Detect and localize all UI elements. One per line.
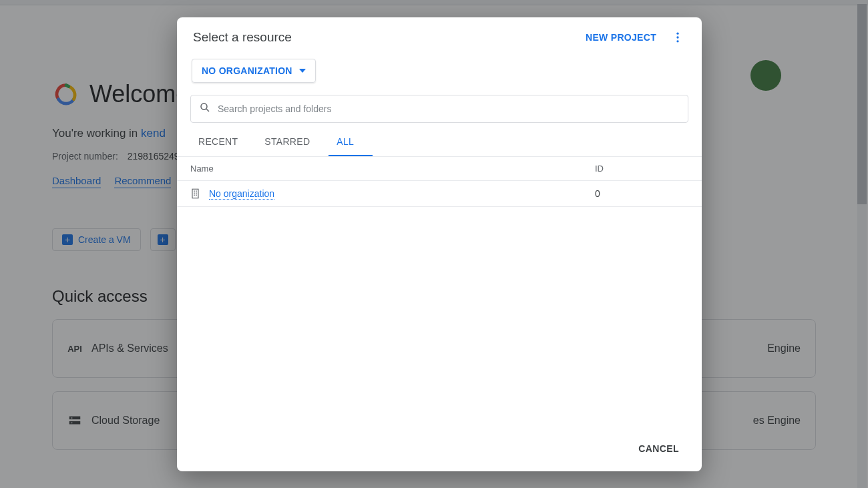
caret-down-icon (299, 69, 306, 73)
column-name: Name (190, 164, 595, 174)
row-name-link[interactable]: No organization (209, 188, 274, 200)
table-header: Name ID (177, 157, 702, 181)
tabs: RECENT STARRED ALL (177, 130, 702, 157)
svg-rect-11 (196, 191, 197, 192)
tab-recent[interactable]: RECENT (190, 130, 256, 156)
table-row[interactable]: No organization 0 (177, 181, 702, 207)
new-project-button[interactable]: NEW PROJECT (586, 32, 656, 43)
tab-all[interactable]: ALL (329, 130, 373, 156)
svg-point-7 (201, 103, 207, 109)
svg-rect-15 (196, 195, 197, 196)
svg-point-4 (676, 33, 678, 35)
table-body: No organization 0 (177, 181, 702, 429)
cancel-button[interactable]: CANCEL (632, 438, 686, 459)
svg-rect-10 (194, 191, 195, 192)
search-icon (199, 101, 211, 116)
more-options-icon[interactable] (670, 29, 686, 45)
search-input[interactable] (218, 103, 680, 114)
svg-point-6 (676, 40, 678, 42)
organization-dropdown-label: NO ORGANIZATION (202, 65, 292, 76)
select-resource-modal: Select a resource NEW PROJECT NO ORGANIZ… (177, 17, 702, 471)
modal-title: Select a resource (193, 30, 292, 45)
tab-starred[interactable]: STARRED (256, 130, 329, 156)
svg-point-5 (676, 36, 678, 38)
column-id: ID (595, 164, 688, 174)
search-field-wrap[interactable] (190, 95, 688, 123)
svg-rect-9 (192, 189, 198, 198)
svg-rect-12 (194, 193, 195, 194)
svg-rect-14 (194, 195, 195, 196)
organization-icon (190, 188, 202, 200)
svg-rect-13 (196, 193, 197, 194)
organization-dropdown[interactable]: NO ORGANIZATION (192, 59, 316, 83)
row-id: 0 (595, 188, 688, 199)
svg-line-8 (206, 109, 209, 111)
